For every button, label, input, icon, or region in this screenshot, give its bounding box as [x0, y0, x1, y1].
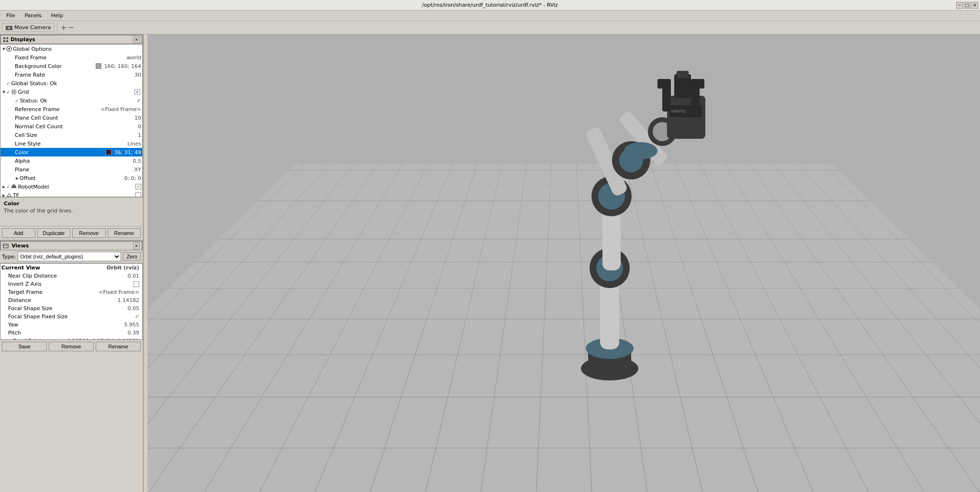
close-button[interactable]: ✕ — [971, 2, 978, 9]
move-camera-button[interactable]: Move Camera — [2, 23, 54, 32]
rename-button[interactable]: Rename — [108, 228, 141, 238]
menu-panels[interactable]: Panels — [20, 11, 45, 20]
tree-row-color[interactable]: Color 36; 31; 49 — [0, 148, 142, 157]
label-bg-color: Background Color — [15, 63, 96, 69]
tree-row-frame-rate[interactable]: Frame Rate 30 — [0, 70, 142, 79]
views-target-frame-value: <Fixed Frame> — [99, 289, 139, 295]
views-tree[interactable]: Current View Orbit (rviz) Near Clip Dist… — [0, 263, 143, 340]
check-tf-box — [135, 192, 141, 197]
svg-rect-40 — [677, 71, 689, 78]
global-options-icon — [6, 46, 12, 52]
tree-row-robot-model[interactable]: ▶ ✓ RobotModel ✓ — [0, 182, 142, 191]
views-panel-close[interactable]: ✕ — [133, 243, 140, 249]
tree-row-bg-color[interactable]: Background Color 160; 160; 164 — [0, 62, 142, 70]
tree-row-global-status[interactable]: ✓ Global Status: Ok — [0, 79, 142, 88]
label-frame-rate: Frame Rate — [15, 72, 133, 78]
duplicate-button[interactable]: Duplicate — [37, 228, 71, 238]
views-focal-shape-fixed[interactable]: Focal Shape Fixed Size ✓ — [0, 313, 142, 321]
arrow-offset: ▶ — [15, 176, 20, 180]
svg-rect-4 — [6, 37, 8, 39]
remove-display-button[interactable]: ─ — [69, 24, 74, 32]
robot-model-icon — [11, 184, 17, 190]
tree-row-normal-cell[interactable]: Normal Cell Count 0 — [0, 122, 142, 131]
value-frame-rate: 30 — [134, 72, 141, 78]
views-pitch-label: Pitch — [8, 330, 128, 336]
tree-row-grid[interactable]: ▼ ✓ Grid — [0, 88, 142, 96]
svg-rect-38 — [691, 79, 704, 89]
tree-row-offset[interactable]: ▶ Offset 0; 0; 0 — [0, 174, 142, 182]
displays-panel-close[interactable]: ✕ — [133, 36, 140, 43]
arrow-global-options: ▼ — [1, 46, 6, 51]
value-status-ok: ✓ — [137, 98, 141, 104]
remove-button[interactable]: Remove — [72, 228, 106, 238]
robot-svg: ROBOTIQ — [514, 57, 763, 392]
views-focal-shape-size[interactable]: Focal Shape Size 0.05 — [0, 304, 142, 313]
minimize-button[interactable]: ─ — [956, 2, 963, 9]
views-remove-button[interactable]: Remove — [49, 342, 94, 351]
views-type-row: Type: Orbit (rviz_default_plugins) Zero — [0, 250, 143, 263]
check-global-status: ✓ — [6, 81, 10, 86]
svg-rect-3 — [3, 37, 5, 39]
views-rename-button[interactable]: Rename — [96, 342, 141, 351]
resize-handle[interactable] — [144, 34, 147, 492]
svg-rect-15 — [11, 186, 12, 188]
displays-tree[interactable]: ▼ Global Options Fixed Frame world Backg… — [0, 44, 143, 197]
views-type-select[interactable]: Orbit (rviz_default_plugins) — [18, 252, 121, 261]
views-current-view[interactable]: Current View Orbit (rviz) — [0, 264, 142, 272]
views-current-type: Orbit (rviz) — [107, 265, 139, 271]
toolbar-separator — [57, 23, 57, 33]
views-yaw[interactable]: Yaw 5.955 — [0, 321, 142, 329]
svg-text:ROBOTIQ: ROBOTIQ — [671, 110, 686, 113]
menu-file[interactable]: File — [2, 11, 19, 20]
menu-bar: File Panels Help — [0, 11, 980, 21]
tree-row-cell-size[interactable]: Cell Size 1 — [0, 131, 142, 139]
main-content: Displays ✕ ▼ Global Options Fixed Frame … — [0, 34, 980, 492]
maximize-button[interactable]: □ — [964, 2, 970, 9]
label-robot-model: RobotModel — [18, 184, 135, 190]
tree-row-alpha[interactable]: Alpha 0.5 — [0, 157, 142, 165]
views-invert-z[interactable]: Invert Z Axis — [0, 280, 142, 288]
views-focal-shape-fixed-value: ✓ — [135, 313, 139, 320]
window-title: /opt/ros/iron/share/urdf_tutorial/rviz/u… — [422, 2, 558, 8]
views-current-label: Current View — [1, 265, 107, 271]
tree-row-plane-cell[interactable]: Plane Cell Count 10 — [0, 113, 142, 122]
tree-row-plane[interactable]: Plane XY — [0, 165, 142, 174]
label-alpha: Alpha — [15, 158, 131, 164]
views-near-clip[interactable]: Near Clip Distance 0.01 — [0, 272, 142, 280]
views-save-button[interactable]: Save — [2, 342, 47, 351]
displays-icon — [3, 37, 9, 43]
svg-point-2 — [8, 27, 10, 29]
value-offset: 0; 0; 0 — [124, 175, 141, 181]
views-panel: Views ✕ Type: Orbit (rviz_default_plugin… — [0, 240, 143, 353]
tree-row-status-ok[interactable]: ✓ Status: Ok ✓ — [0, 96, 142, 105]
tree-row-fixed-frame[interactable]: Fixed Frame world — [0, 53, 142, 62]
displays-panel-title-group: Displays — [3, 36, 35, 43]
svg-rect-36 — [657, 79, 671, 89]
svg-rect-5 — [3, 40, 5, 42]
label-line-style: Line Style — [15, 141, 125, 147]
views-pitch[interactable]: Pitch 0.39 — [0, 329, 142, 337]
title-bar: /opt/ros/iron/share/urdf_tutorial/rviz/u… — [0, 0, 980, 11]
views-zero-button[interactable]: Zero — [123, 252, 141, 261]
views-target-frame-label: Target Frame — [8, 289, 99, 295]
views-yaw-label: Yaw — [8, 322, 124, 328]
add-button[interactable]: Add — [2, 228, 35, 238]
label-global-options: Global Options — [13, 46, 141, 52]
tf-icon — [6, 192, 12, 197]
check-status-ok: ✓ — [15, 98, 19, 103]
bg-color-swatch — [96, 63, 101, 69]
views-type-label: Type: — [2, 254, 16, 260]
viewport[interactable]: ROBOTIQ — [147, 34, 980, 492]
menu-help[interactable]: Help — [47, 11, 67, 20]
tree-row-line-style[interactable]: Line Style Lines — [0, 139, 142, 148]
color-swatch — [106, 149, 111, 155]
tree-row-ref-frame[interactable]: Reference Frame <Fixed Frame> — [0, 105, 142, 113]
value-normal-cell: 0 — [138, 123, 141, 130]
tree-row-global-options[interactable]: ▼ Global Options — [0, 45, 142, 53]
views-target-frame[interactable]: Target Frame <Fixed Frame> — [0, 288, 142, 296]
info-panel: Color The color of the grid lines. — [0, 197, 143, 226]
value-alpha: 0.5 — [133, 158, 142, 164]
add-display-button[interactable]: + — [60, 24, 67, 32]
tree-row-tf[interactable]: ▶ TF — [0, 191, 142, 197]
views-distance[interactable]: Distance 1.14182 — [0, 296, 142, 304]
